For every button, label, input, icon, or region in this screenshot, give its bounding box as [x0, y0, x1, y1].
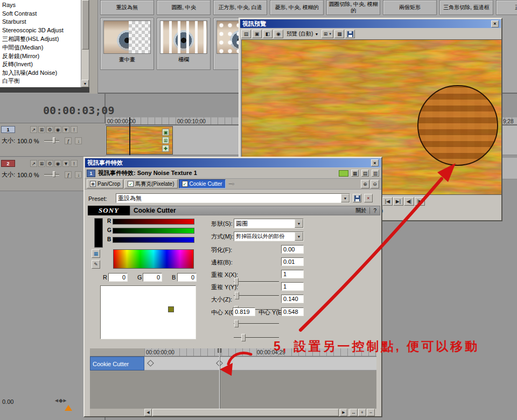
- g-input[interactable]: 0: [143, 273, 162, 282]
- color-space-button[interactable]: ▦: [92, 249, 100, 258]
- size-slider[interactable]: [44, 140, 59, 142]
- preset-item[interactable]: 圓圈切除, 中央, 模糊的: [326, 0, 380, 15]
- clip-generated-media-button[interactable]: ▣: [162, 129, 169, 136]
- add-plugin-button[interactable]: ⊕: [361, 180, 369, 188]
- hue-saturation-field[interactable]: [113, 249, 194, 269]
- go-to-end-button[interactable]: ▶|: [393, 197, 403, 206]
- about-link[interactable]: 關於: [355, 207, 366, 214]
- keyframe-ruler[interactable]: 00:00:00;00 00:00:04;29: [144, 348, 376, 356]
- expand-icon[interactable]: ↓: [75, 171, 82, 178]
- zoom-in-button[interactable]: +: [358, 409, 366, 416]
- plugin-tab-pixelate[interactable]: ✓ 馬賽克(Pixelate): [124, 179, 177, 188]
- plugin-tab-pan-crop[interactable]: ▦ Pan/Crop: [87, 179, 123, 188]
- scrollbar-thumb[interactable]: [152, 409, 339, 416]
- preset-item[interactable]: 兩個矩形: [383, 0, 437, 15]
- compositing-icon[interactable]: ↗: [30, 126, 37, 133]
- keyframe-cursor[interactable]: [219, 348, 220, 409]
- plugin-enabled-checkbox[interactable]: ✓: [182, 181, 188, 187]
- keyframe-track-lane[interactable]: [144, 356, 376, 370]
- plugin-enabled-checkbox[interactable]: ✓: [128, 181, 134, 187]
- center-y-input[interactable]: 0.548: [281, 307, 304, 316]
- preset-item[interactable]: 菱形, 中央, 模糊的: [270, 0, 324, 15]
- overlay-button[interactable]: ◉: [274, 30, 283, 38]
- effects-list-item[interactable]: 反轉(Invert): [0, 60, 89, 69]
- repeat-y-slider[interactable]: [234, 323, 279, 325]
- slider-thumb[interactable]: [241, 334, 246, 341]
- track-header-1[interactable]: 1 ↗ ⊞ ⚙ ◉ ▼ ! 大小: 100.0 % ƒ ↓: [0, 123, 106, 157]
- slider-thumb[interactable]: [234, 320, 239, 327]
- blue-gradient-slider[interactable]: [113, 237, 194, 243]
- fade-icon[interactable]: ƒ: [65, 137, 72, 144]
- scroll-left-button[interactable]: ◀: [144, 409, 152, 416]
- preview-titlebar[interactable]: 視訊預覽 ×: [240, 19, 501, 28]
- timecode-display[interactable]: 00:00:03;09: [43, 104, 114, 117]
- shape-select[interactable]: 圓圈 ▼: [234, 219, 304, 228]
- layout-rows-button[interactable]: ▤: [361, 170, 369, 177]
- chevron-down-button[interactable]: ▼: [341, 194, 350, 202]
- zoom-fit-button[interactable]: ↔: [350, 409, 358, 416]
- fx-enable-toggle[interactable]: [339, 170, 348, 177]
- track-motion-icon[interactable]: ⊞: [38, 160, 45, 167]
- timeline-cursor[interactable]: [129, 117, 130, 155]
- size-param-slider[interactable]: [234, 337, 279, 339]
- effects-scrollbar[interactable]: ▼: [81, 0, 89, 87]
- fade-icon[interactable]: ƒ: [65, 171, 72, 178]
- effects-list-item[interactable]: 白平衡: [0, 77, 89, 86]
- repeat-y-input[interactable]: 1: [281, 282, 304, 291]
- close-button[interactable]: ×: [491, 20, 499, 27]
- feather-input[interactable]: 0.00: [281, 245, 304, 254]
- pan-value[interactable]: 0.00: [2, 398, 13, 405]
- effects-list-item[interactable]: 反射鏡(Mirror): [0, 52, 89, 61]
- preview-quality-dropdown[interactable]: 預覽 (自動) ▼: [284, 30, 320, 38]
- preset-item[interactable]: 正方形: [496, 0, 517, 15]
- scrollbar-thumb[interactable]: [82, 0, 89, 50]
- size-param-input[interactable]: 0.140: [281, 295, 304, 303]
- scroll-right-button[interactable]: ▶: [340, 409, 347, 416]
- track-fx-icon[interactable]: ⚙: [46, 160, 53, 167]
- layout-columns-button[interactable]: ▥: [372, 170, 379, 177]
- fx-dialog-titlebar[interactable]: 視訊事件特效 ×: [85, 158, 381, 167]
- effects-list-item[interactable]: 三相調整(HSL Adjust): [0, 35, 89, 44]
- preset-item[interactable]: 畫中畫: [100, 18, 154, 70]
- chevron-down-button[interactable]: ▼: [295, 232, 303, 241]
- r-input[interactable]: 0: [108, 273, 128, 282]
- split-screen-button[interactable]: ◧: [263, 30, 273, 38]
- center-x-input[interactable]: 0.819: [233, 307, 255, 316]
- save-preset-button[interactable]: [353, 194, 361, 202]
- project-properties-button[interactable]: ▤: [241, 30, 251, 38]
- solo-icon[interactable]: !: [71, 160, 78, 167]
- size-slider[interactable]: [44, 174, 59, 176]
- luminance-bar[interactable]: [94, 218, 103, 248]
- b-input[interactable]: 0: [177, 273, 197, 282]
- method-select[interactable]: 剪掉區段以外的部份 ▼: [234, 232, 304, 241]
- dropdown-icon[interactable]: ▼: [62, 126, 69, 133]
- preset-dropdown[interactable]: 重設為無 ▼: [116, 193, 350, 203]
- help-button[interactable]: ?: [373, 208, 376, 214]
- grid-overlay-button[interactable]: ⊞▼: [322, 30, 333, 38]
- scroll-down-button[interactable]: ▼: [81, 80, 89, 87]
- feather-slider[interactable]: [234, 281, 279, 283]
- clip-pan-crop-button[interactable]: ⊞: [162, 137, 169, 144]
- effects-list-item[interactable]: 中間值(Median): [0, 44, 89, 52]
- red-gradient-slider[interactable]: [113, 219, 194, 225]
- size-value[interactable]: 100.0 %: [17, 172, 39, 178]
- effects-list-item[interactable]: 加入訊噪(Add Noise): [0, 69, 89, 78]
- remove-plugin-button[interactable]: ⊖: [371, 180, 379, 188]
- dropdown-icon[interactable]: ▼: [62, 160, 69, 167]
- effects-list-item[interactable]: Rays: [0, 2, 89, 10]
- layout-grid-button[interactable]: ▦: [351, 170, 359, 177]
- keyframe-track-label[interactable]: Cookie Cutter: [90, 356, 144, 370]
- border-input[interactable]: 0.01: [281, 257, 304, 266]
- plugin-tab-cookie-cutter[interactable]: ✓ Cookie Cutter: [179, 179, 226, 188]
- slider-thumb[interactable]: [53, 171, 55, 177]
- delete-preset-button[interactable]: ×: [364, 194, 373, 202]
- slider-thumb[interactable]: [235, 292, 239, 299]
- preset-item[interactable]: 正方形, 中央, 白邊: [213, 0, 267, 15]
- next-frame-button[interactable]: |▶: [415, 197, 425, 206]
- external-monitor-button[interactable]: ▣: [252, 30, 262, 38]
- repeat-x-input[interactable]: 1: [281, 270, 304, 278]
- panel-splitter[interactable]: [0, 87, 89, 93]
- track-motion-icon[interactable]: ⊞: [38, 126, 45, 133]
- preset-item[interactable]: 重設為無: [100, 0, 154, 15]
- preset-item[interactable]: 柵欄: [157, 18, 211, 70]
